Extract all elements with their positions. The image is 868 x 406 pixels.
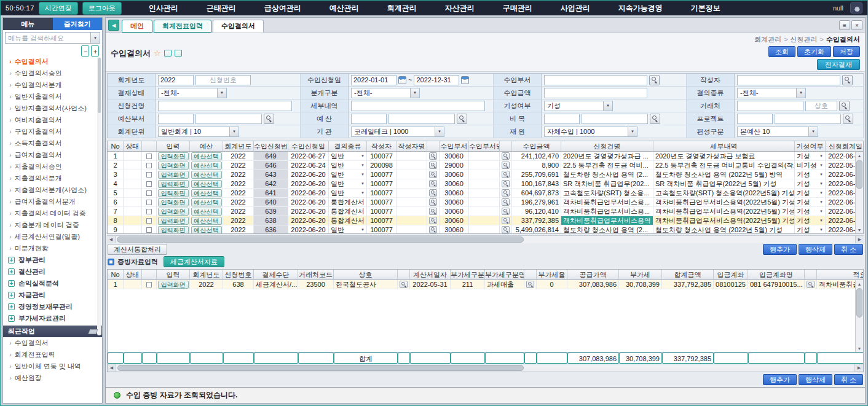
scroll-left-icon[interactable]: ◀ [108,364,116,372]
decision-type-select[interactable]: -전체-▼ [737,88,806,98]
topbar-menu[interactable]: 지속가능경영 [604,1,677,15]
horizontal-scrollbar[interactable]: ◀ ▶ [107,235,864,243]
cell-select[interactable]: 통합계산서▼ [329,198,367,207]
sidebar-item[interactable]: ›지출결의서 데이터 검증 [3,208,102,219]
table-row[interactable]: 8입력화면예산선택20226382022-06-20통합계산서▼10007730… [108,216,864,225]
row-checkbox[interactable] [146,209,152,214]
date-from-input[interactable] [351,75,397,85]
popup-icon[interactable] [175,50,182,57]
sidebar-section[interactable]: +부가세자료관리 [3,313,102,324]
income-dept-search-button[interactable] [649,75,660,85]
breadcrumb-segment[interactable]: 수입결의서 [826,36,860,43]
row-checkbox[interactable] [146,172,152,178]
income-amount-input[interactable] [544,88,647,98]
scroll-left-icon[interactable]: ◀ [107,236,116,243]
row-checkbox[interactable] [146,282,152,287]
cell-select[interactable]: 일반▼ [329,179,367,189]
search-button[interactable] [502,226,510,233]
input-screen-button[interactable]: 입력화면 [158,189,189,197]
budget-select-button[interactable]: 예산선택 [191,208,222,216]
writer-search-button[interactable] [842,75,853,85]
sidebar-section[interactable]: +장부관리 [3,254,102,266]
sidebar-item[interactable]: ›수입결의서승인 [3,68,102,79]
fiscal-year-input[interactable] [158,75,194,85]
cell-select[interactable]: 일반▼ [329,161,367,170]
scroll-thumb[interactable] [98,58,101,113]
recent-item[interactable]: ›예산원장 [3,372,102,384]
scroll-down-icon[interactable]: ▼ [856,226,864,233]
search-button[interactable] [502,152,510,160]
search-button[interactable]: 조회 [768,46,795,57]
cell-select[interactable]: 기성▼ [795,189,826,198]
scroll-thumb[interactable] [856,288,862,318]
sidebar-section[interactable]: +자금관리 [3,289,102,301]
search-button[interactable] [429,152,437,160]
table-row[interactable]: 9입력화면예산선택20226362022-06-20일반▼10007730060… [108,225,864,234]
table-row[interactable]: 2입력화면예산선택20226462022-06-24일반▼20009829000… [108,161,864,170]
topbar-menu[interactable]: 급상여관리 [250,1,315,15]
vendor-search-button[interactable] [839,101,850,111]
approval-status-select[interactable]: -전체-▼ [158,88,227,98]
logout-button[interactable]: 로그아웃 [82,2,122,15]
scroll-right-icon[interactable]: ▶ [855,236,864,243]
topbar-menu[interactable]: 사업관리 [546,1,604,15]
input-screen-button[interactable]: 입력화면 [158,281,189,289]
input-screen-button[interactable]: 입력화면 [158,208,189,216]
budget-code-input[interactable] [351,114,387,124]
cell-select[interactable]: 일반▼ [329,152,367,161]
agency-select[interactable]: 코레일테크 | 1000▼ [351,127,444,137]
tab-scroll-left-icon[interactable]: ◀ [108,20,119,31]
sidebar-scrollbar[interactable] [97,57,101,335]
sidebar-item[interactable]: ›급여지출결의서 [3,149,102,161]
table-row[interactable]: 1입력화면2022638세금계산서/...23500한국철도공사2022-05-… [108,280,864,289]
search-button[interactable] [429,180,437,187]
sidebar-item[interactable]: ›수입결의서분개 [3,79,102,91]
cell-select[interactable]: 기성▼ [795,152,826,161]
topbar-menu[interactable]: 자산관리 [431,1,489,15]
cancel-button[interactable]: 취 소 [834,244,863,255]
horizontal-scrollbar[interactable]: ◀ ▶ [108,364,863,372]
sidebar-item[interactable]: ›여비지출결의서 [3,114,102,126]
row-checkbox[interactable] [146,218,152,224]
calendar-icon[interactable] [461,76,469,84]
sidebar-item[interactable]: ›일반지출결의서 [3,91,102,103]
clear-icon[interactable] [89,329,98,334]
tab-journal-entry[interactable]: 회계전표입력 [154,20,211,33]
budget-select-button[interactable]: 예산선택 [191,171,222,179]
detail-input[interactable] [351,101,485,111]
input-screen-button[interactable]: 입력화면 [158,180,189,188]
input-screen-button[interactable]: 입력화면 [158,217,189,225]
vendor-input[interactable] [737,101,803,111]
table-row[interactable]: 5입력화면예산선택20226412022-06-20일반▼10007730060… [108,189,864,198]
sidebar-item[interactable]: ›수입결의서 [3,56,102,68]
cell-select[interactable]: 기성▼ [795,225,826,234]
cell-select[interactable]: 기성▼ [795,170,826,179]
input-screen-button[interactable]: 입력화면 [158,171,189,179]
input-screen-button[interactable]: 입력화면 [158,198,189,206]
expense-item-search-button[interactable] [650,114,660,124]
reset-button[interactable]: 초기화 [797,46,831,57]
calendar-icon[interactable] [398,76,406,84]
budget-dept-search-button[interactable] [264,114,274,124]
scroll-up-icon[interactable]: ▲ [856,280,864,287]
delete-row-button[interactable]: 행삭제 [799,374,832,385]
search-button[interactable] [502,217,510,224]
screen-icon[interactable] [164,50,172,57]
search-button[interactable] [429,162,437,169]
table-row[interactable]: 6입력화면예산선택20226402022-06-20통합계산서▼10007730… [108,198,864,207]
request-title-input[interactable] [158,101,292,111]
tab-list-icon[interactable]: ≡ [839,20,850,30]
acct-unit-select[interactable]: 일반회계 | 10▼ [158,127,239,137]
sidebar-item[interactable]: ›소득지출결의서 [3,138,102,149]
tab-favorites[interactable]: 즐겨찾기 [53,18,103,30]
sidebar-item[interactable]: ›지출결의서분개 [3,173,102,184]
add-row-button[interactable]: 행추가 [763,374,797,385]
budget-name-input[interactable] [389,114,455,124]
budget-select-button[interactable]: 예산선택 [191,152,222,160]
sidebar-item[interactable]: ›지출분개 데이터 검증 [3,219,102,231]
scroll-thumb[interactable] [117,365,524,371]
budget-select-button[interactable]: 예산선택 [191,162,222,170]
cancel-button[interactable]: 취 소 [834,374,863,385]
tab-menu[interactable]: 메뉴 [3,18,53,30]
budget-select-button[interactable]: 예산선택 [191,189,222,197]
